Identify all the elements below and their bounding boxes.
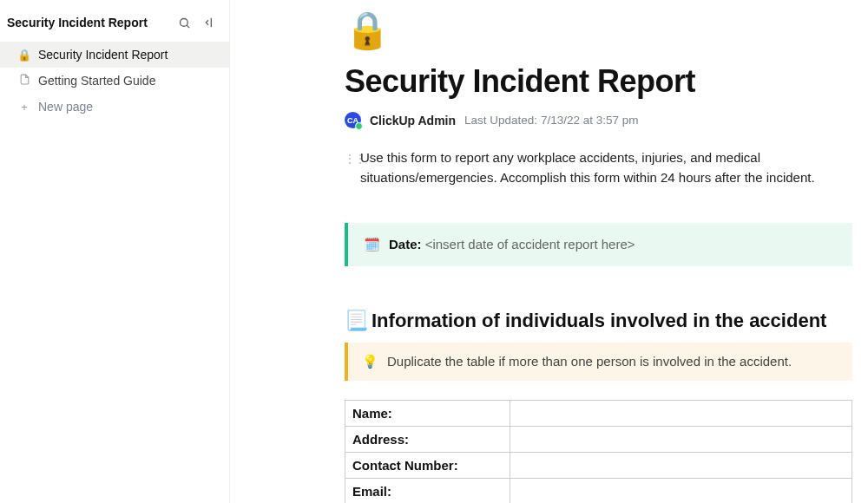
search-icon[interactable]: [177, 16, 191, 29]
date-value: <insert date of accident report here>: [425, 237, 635, 252]
row-value[interactable]: [510, 478, 852, 503]
section-heading-individuals[interactable]: 📃Information of individuals involved in …: [345, 310, 852, 332]
page-facing-up-icon: 📃: [345, 310, 368, 332]
sidebar: Security Incident Report 🔒 Security Inci…: [0, 0, 230, 503]
sidebar-header: Security Incident Report: [0, 7, 229, 38]
author-avatar[interactable]: CA: [345, 112, 361, 128]
row-value[interactable]: [510, 452, 852, 478]
sidebar-items: 🔒 Security Incident Report Getting Start…: [0, 42, 229, 120]
drag-handle-icon[interactable]: ⋮⋮: [345, 151, 353, 167]
svg-point-0: [180, 18, 187, 26]
content-area: 🔒 Security Incident Report CA ClickUp Ad…: [230, 0, 868, 503]
author-name: ClickUp Admin: [370, 114, 456, 127]
sidebar-item-new-page[interactable]: + New page: [0, 94, 229, 120]
last-updated: Last Updated: 7/13/22 at 3:57 pm: [464, 114, 638, 127]
sidebar-item-label: New page: [38, 100, 93, 114]
page-meta: CA ClickUp Admin Last Updated: 7/13/22 a…: [345, 112, 852, 128]
row-value[interactable]: [510, 426, 852, 452]
page-title[interactable]: Security Incident Report: [345, 63, 852, 100]
duplicate-callout-text: Duplicate the table if more than one per…: [387, 354, 792, 369]
section-heading-text: Information of individuals involved in t…: [372, 310, 826, 332]
table-row: Name:: [345, 400, 852, 426]
row-label: Contact Number:: [345, 452, 510, 478]
intro-text: Use this form to report any workplace ac…: [360, 147, 852, 188]
sidebar-item-getting-started[interactable]: Getting Started Guide: [0, 68, 229, 94]
row-label: Email:: [345, 478, 510, 503]
sidebar-item-security-incident-report[interactable]: 🔒 Security Incident Report: [0, 42, 229, 68]
row-value[interactable]: [510, 400, 852, 426]
sidebar-title: Security Incident Report: [7, 16, 177, 29]
table-row: Address:: [345, 426, 852, 452]
page-icon[interactable]: 🔒: [345, 9, 852, 51]
lock-icon: 🔒: [17, 49, 31, 62]
last-updated-label: Last Updated:: [464, 114, 537, 127]
svg-line-1: [187, 25, 189, 28]
date-callout[interactable]: 🗓️ Date: <insert date of accident report…: [345, 223, 852, 266]
collapse-sidebar-icon[interactable]: [203, 16, 217, 29]
last-updated-value: 7/13/22 at 3:57 pm: [541, 114, 639, 127]
sidebar-item-label: Security Incident Report: [38, 48, 168, 62]
date-label: Date:: [389, 237, 422, 252]
duplicate-callout[interactable]: 💡 Duplicate the table if more than one p…: [345, 343, 852, 381]
lightbulb-icon: 💡: [362, 354, 378, 369]
table-row: Email:: [345, 478, 852, 503]
table-row: Contact Number:: [345, 452, 852, 478]
row-label: Address:: [345, 426, 510, 452]
individuals-table[interactable]: Name: Address: Contact Number: Email: De…: [345, 400, 852, 504]
intro-block[interactable]: ⋮⋮ Use this form to report any workplace…: [345, 147, 852, 188]
row-label: Name:: [345, 400, 510, 426]
calendar-icon: 🗓️: [364, 237, 380, 252]
document-icon: [17, 74, 31, 88]
sidebar-item-label: Getting Started Guide: [38, 74, 155, 88]
plus-icon: +: [17, 101, 31, 114]
